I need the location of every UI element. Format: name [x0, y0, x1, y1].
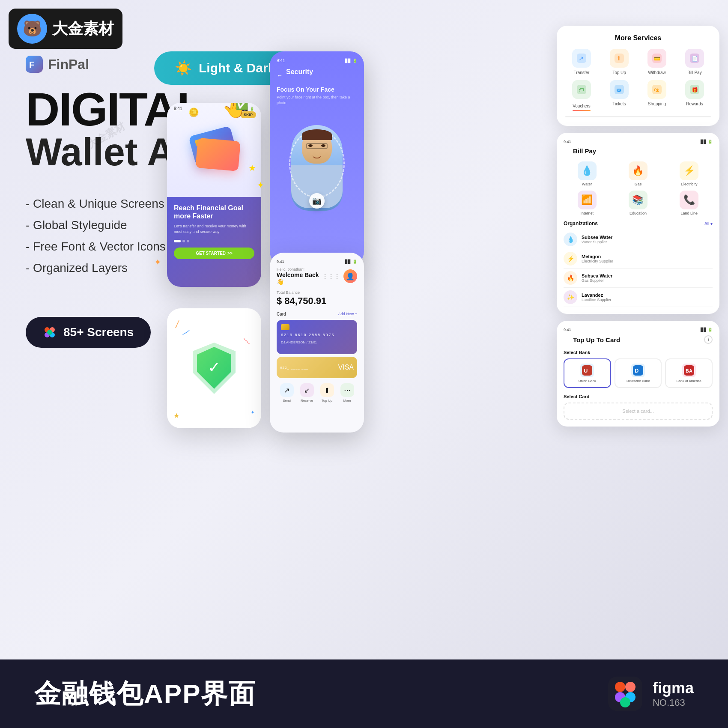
- transfer-svg: ↗: [577, 54, 586, 63]
- education-label: Education: [630, 211, 647, 215]
- tickets-svg: 🎟: [615, 85, 624, 94]
- smile: [313, 155, 321, 158]
- dashboard-user-info: Hello, Jonathan! Welcome Back 👋: [277, 267, 322, 285]
- org-header: Organizations All ▾: [564, 221, 713, 227]
- brand-label: F FinPal: [26, 56, 89, 73]
- electricity-label: Electricity: [681, 182, 698, 186]
- quick-actions: ↗ Send ↙ Receive ⬆ Top Up ⋯ More: [277, 383, 357, 403]
- feature-item-4: - Organized Layers: [26, 261, 166, 275]
- org-type-1: Water Supplier: [582, 240, 713, 244]
- org-metagon[interactable]: ⚡ Metagon Electricity Supplier: [564, 249, 713, 269]
- service-tickets[interactable]: 🎟 Tickets: [603, 80, 636, 109]
- action-send[interactable]: ↗ Send: [280, 383, 294, 403]
- camera-button[interactable]: 📷: [309, 193, 325, 209]
- dashboard-greeting: Hello, Jonathan!: [277, 267, 322, 272]
- vouchers-label-container: Vouchers: [573, 101, 591, 109]
- org-info-1: Subsea Water Water Supplier: [582, 235, 713, 244]
- topup-status-bar: 9:41 ▊▊ 🔋: [564, 328, 713, 332]
- feature-item-3: - Free Font & Vector Icons: [26, 240, 166, 254]
- org-name-1: Subsea Water: [582, 235, 713, 240]
- balance-amount: $ 84,750.91: [277, 295, 357, 307]
- service-topup[interactable]: ⬆ Top Up: [603, 49, 636, 75]
- service-shopping[interactable]: 🛍 Shopping: [641, 80, 673, 109]
- deutsche-bank-name: Deutsche Bank: [627, 379, 650, 383]
- shield-container: ✓: [184, 338, 244, 398]
- topup-status-icons: ▊▊ 🔋: [701, 328, 713, 332]
- bank-deutsche[interactable]: D Deutsche Bank: [615, 358, 662, 388]
- category-internet[interactable]: 📶 Internet: [564, 191, 610, 215]
- rewards-icon: 🎁: [685, 80, 704, 99]
- svg-text:BA: BA: [686, 368, 692, 373]
- glasses: [306, 143, 328, 149]
- phone-onboarding: 9:41 ▊▊▊ 🔋 SKIP 🤚 🪙 ✅ Reach Financial Go…: [167, 103, 261, 287]
- organizations-section: Organizations All ▾ 💧 Subsea Water Water…: [564, 221, 713, 307]
- vouchers-svg: 🏷: [577, 85, 586, 94]
- category-landline[interactable]: 📞 Land Line: [666, 191, 713, 215]
- brand-icon: F: [26, 56, 43, 73]
- feature-item-2: - Global Styleguide: [26, 218, 166, 232]
- service-rewards[interactable]: 🎁 Rewards: [678, 80, 711, 109]
- more-icon[interactable]: ⋮⋮⋮: [322, 273, 340, 280]
- logo-text: 大金素材: [52, 18, 114, 39]
- back-arrow[interactable]: ←: [277, 72, 283, 79]
- boa-icon: BA: [684, 365, 694, 376]
- transfer-label: Transfer: [574, 70, 590, 75]
- bank-america[interactable]: BA Bank of America: [665, 358, 713, 388]
- dot-2: [182, 240, 185, 242]
- security-status-icons: ▊▊ 🔋: [345, 58, 357, 63]
- service-withdraw[interactable]: 💳 Withdraw: [641, 49, 673, 75]
- brand-name: FinPal: [48, 57, 89, 72]
- svg-text:🎟: 🎟: [616, 87, 621, 93]
- screens-badge: 85+ Screens: [26, 317, 151, 348]
- service-billpay[interactable]: 📄 Bill Pay: [678, 49, 711, 75]
- org-subsea-gas[interactable]: 🔥 Subsea Water Gas Supplier: [564, 269, 713, 288]
- union-bank-icon: U: [582, 365, 592, 376]
- svg-text:D: D: [635, 367, 638, 374]
- category-electricity[interactable]: ⚡ Electricity: [666, 161, 713, 186]
- add-new-button[interactable]: Add New +: [338, 312, 357, 316]
- get-started-button[interactable]: GET STARTED >>: [174, 248, 254, 259]
- topup-back[interactable]: ←: [564, 336, 570, 343]
- focus-subtitle: Point your face right at the box, then t…: [277, 95, 357, 105]
- withdraw-icon: 💳: [647, 49, 666, 68]
- figma-logo: [608, 677, 642, 711]
- topup-label: Top Up: [320, 399, 334, 403]
- float-star-2: ✦: [257, 180, 264, 190]
- dashboard-status-icons: ▊▊ 🔋: [345, 260, 357, 264]
- bank-grid: U Union Bank D Deutsche Bank: [564, 358, 713, 388]
- landline-icon: 📞: [680, 191, 698, 209]
- card-select-area[interactable]: Select a card...: [564, 403, 713, 420]
- svg-text:U: U: [584, 367, 588, 374]
- topup-info-button[interactable]: ℹ: [704, 335, 713, 344]
- org-filter[interactable]: All ▾: [704, 221, 713, 226]
- svg-text:✓: ✓: [208, 358, 221, 376]
- right-panel: More Services ↗ Transfer ⬆: [557, 26, 719, 427]
- service-transfer[interactable]: ↗ Transfer: [565, 49, 598, 75]
- internet-label: Internet: [580, 211, 594, 215]
- phone-security: 9:41 ▊▊ 🔋 ← Security Focus On Your Face …: [270, 51, 364, 266]
- banner-right: figma NO.163: [608, 677, 694, 711]
- org-subsea-water[interactable]: 💧 Subsea Water Water Supplier: [564, 230, 713, 249]
- billpay-back[interactable]: ←: [564, 148, 570, 155]
- topup-title-group: ← Top Up To Card: [564, 336, 620, 343]
- electricity-icon: ⚡: [680, 161, 698, 180]
- services-grid: ↗ Transfer ⬆ Top Up 💳: [565, 49, 711, 109]
- sun-icon: ☀️: [175, 60, 192, 76]
- category-water[interactable]: 💧 Water: [564, 161, 610, 186]
- category-education[interactable]: 📚 Education: [615, 191, 661, 215]
- arrow-icon: >>: [227, 251, 233, 256]
- bank-union[interactable]: U Union Bank: [564, 358, 611, 388]
- org-info-3: Subsea Water Gas Supplier: [582, 273, 713, 283]
- action-topup[interactable]: ⬆ Top Up: [320, 383, 334, 403]
- header-actions: ⋮⋮⋮ 👤: [322, 269, 357, 283]
- org-lavandez[interactable]: ✨ Lavandez Landline Supplier: [564, 288, 713, 307]
- category-gas[interactable]: 🔥 Gas: [615, 161, 661, 186]
- banner-text: 金融钱包APP界面: [34, 676, 256, 712]
- action-receive[interactable]: ↙ Receive: [300, 383, 314, 403]
- rewards-label: Rewards: [686, 101, 703, 106]
- topup-svg: ⬆: [615, 54, 624, 63]
- action-more[interactable]: ⋯ More: [340, 383, 354, 403]
- send-icon: ↗: [280, 383, 294, 397]
- union-bank-name: Union Bank: [579, 379, 596, 383]
- service-vouchers[interactable]: 🏷 Vouchers: [565, 80, 598, 109]
